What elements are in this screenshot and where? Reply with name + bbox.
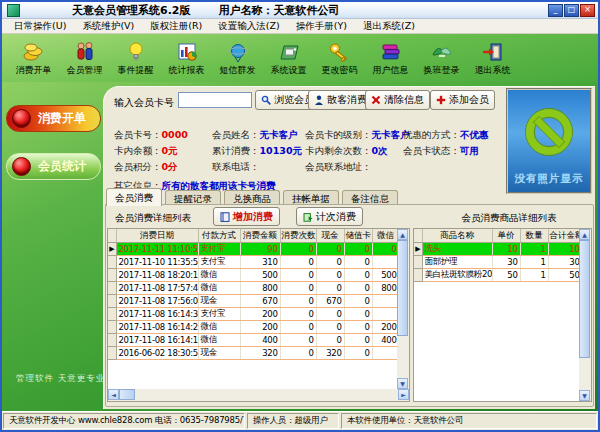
table-cell[interactable]: 2017-11-08 17:56:07: [116, 295, 198, 308]
add-consumption-button[interactable]: 增加消费: [213, 207, 280, 226]
column-header[interactable]: 商品名称: [422, 229, 492, 243]
menu-copyright-register[interactable]: 版权注册(R): [142, 20, 210, 33]
table-cell[interactable]: 10: [492, 243, 520, 256]
table-cell[interactable]: 2017-11-08 17:57:49: [116, 282, 198, 295]
table-row[interactable]: 2017-11-08 18:20:15微信500000500: [108, 269, 399, 282]
table-cell[interactable]: 支付宝: [198, 308, 240, 321]
table-cell[interactable]: [372, 347, 399, 360]
table-cell[interactable]: 2017-11-08 16:14:33: [116, 308, 198, 321]
table-cell[interactable]: 0: [372, 243, 399, 256]
tab-member-consumption[interactable]: 会员消费: [106, 188, 162, 206]
table-cell[interactable]: 30: [492, 256, 520, 269]
table-cell[interactable]: 微信: [198, 334, 240, 347]
add-member-button[interactable]: 添加会员: [430, 90, 495, 110]
table-cell[interactable]: 2017-11-10 11:35:54: [116, 256, 198, 269]
table-cell[interactable]: 0: [280, 243, 316, 256]
column-header[interactable]: 消费次数: [280, 229, 316, 243]
column-header[interactable]: 储值卡: [344, 229, 372, 243]
table-cell[interactable]: 0: [280, 282, 316, 295]
table-cell[interactable]: 微信: [198, 269, 240, 282]
table-cell[interactable]: 800: [372, 282, 399, 295]
table-cell[interactable]: 1: [520, 243, 548, 256]
horizontal-scrollbar[interactable]: ◄ ►: [108, 389, 409, 401]
table-cell[interactable]: 0: [316, 308, 344, 321]
table-cell[interactable]: 400: [372, 334, 399, 347]
table-row[interactable]: 2017-11-08 16:14:12微信400000400: [108, 334, 399, 347]
table-row[interactable]: 面部护理30130: [414, 256, 582, 269]
table-cell[interactable]: 670: [316, 295, 344, 308]
table-row[interactable]: 2016-06-02 18:30:58现金32003200: [108, 347, 399, 360]
column-header[interactable]: 单价: [492, 229, 520, 243]
column-header[interactable]: 付款方式: [198, 229, 240, 243]
count-consumption-button[interactable]: 计次消费: [296, 207, 363, 226]
table-cell[interactable]: 现金: [198, 347, 240, 360]
scrollbar-thumb[interactable]: [119, 389, 135, 400]
table-cell[interactable]: 320: [240, 347, 280, 360]
table-cell[interactable]: [372, 295, 399, 308]
card-number-input[interactable]: [178, 92, 252, 108]
table-cell[interactable]: 200: [372, 321, 399, 334]
table-cell[interactable]: 1: [520, 256, 548, 269]
menu-manual[interactable]: 操作手册(Y): [288, 20, 355, 33]
maximize-button[interactable]: □: [564, 4, 579, 17]
vertical-scrollbar[interactable]: ▲ ▼: [397, 229, 409, 389]
toolbar-item-reminder[interactable]: 事件提醒: [110, 34, 161, 84]
table-cell[interactable]: 50: [492, 269, 520, 282]
table-cell[interactable]: 320: [316, 347, 344, 360]
clear-info-button[interactable]: 清除信息: [365, 90, 430, 110]
table-cell[interactable]: 0: [344, 256, 372, 269]
table-cell[interactable]: 2016-06-02 18:30:58: [116, 347, 198, 360]
table-cell[interactable]: 0: [316, 256, 344, 269]
vertical-scrollbar[interactable]: ▲ ▼: [579, 229, 591, 401]
table-cell[interactable]: 0: [344, 282, 372, 295]
table-cell[interactable]: 美白祛斑软膜粉200: [422, 269, 492, 282]
column-header[interactable]: 现金: [316, 229, 344, 243]
table-cell[interactable]: 0: [344, 269, 372, 282]
toolbar-item-members[interactable]: 会员管理: [59, 34, 110, 84]
table-row[interactable]: ▶洗头10110: [414, 243, 582, 256]
toolbar-item-password[interactable]: 更改密码: [314, 34, 365, 84]
sidebar-button-member-stats[interactable]: 会员统计: [6, 153, 101, 180]
table-cell[interactable]: 现金: [198, 295, 240, 308]
table-row[interactable]: 2017-11-08 16:14:24微信200000200: [108, 321, 399, 334]
table-cell[interactable]: 微信: [198, 321, 240, 334]
table-cell[interactable]: 50: [548, 269, 582, 282]
table-row[interactable]: 2017-11-08 16:14:33支付宝200000: [108, 308, 399, 321]
table-cell[interactable]: 10: [548, 243, 582, 256]
table-cell[interactable]: 0: [344, 334, 372, 347]
table-cell[interactable]: 90: [240, 243, 280, 256]
table-row[interactable]: 2017-11-10 11:35:54支付宝310000: [108, 256, 399, 269]
toolbar-item-shift-login[interactable]: 换班登录: [416, 34, 467, 84]
table-cell[interactable]: 洗头: [422, 243, 492, 256]
scroll-up-arrow[interactable]: ▲: [397, 229, 408, 240]
table-cell[interactable]: 500: [240, 269, 280, 282]
toolbar-item-userinfo[interactable]: 用户信息: [365, 34, 416, 84]
table-cell[interactable]: 0: [316, 243, 344, 256]
scroll-left-arrow[interactable]: ◄: [108, 389, 119, 400]
scroll-up-arrow[interactable]: ▲: [579, 229, 590, 240]
scrollbar-thumb[interactable]: [579, 240, 590, 358]
table-cell[interactable]: 面部护理: [422, 256, 492, 269]
toolbar-item-settings[interactable]: 系统设置: [263, 34, 314, 84]
menu-system-maintenance[interactable]: 系统维护(V): [74, 20, 142, 33]
table-cell[interactable]: 1: [520, 269, 548, 282]
sidebar-button-billing[interactable]: 消费开单: [6, 105, 101, 132]
table-cell[interactable]: 支付宝: [198, 256, 240, 269]
scrollbar-thumb[interactable]: [397, 240, 408, 336]
table-row[interactable]: ▶2017-11-11 11:10:59支付宝900000: [108, 243, 399, 256]
table-cell[interactable]: 2017-11-08 18:20:15: [116, 269, 198, 282]
table-row[interactable]: 2017-11-08 17:56:07现金67006700: [108, 295, 399, 308]
table-cell[interactable]: 500: [372, 269, 399, 282]
menu-daily-ops[interactable]: 日常操作(U): [6, 20, 74, 33]
table-cell[interactable]: 200: [240, 308, 280, 321]
table-cell[interactable]: 0: [280, 308, 316, 321]
table-cell[interactable]: 0: [344, 321, 372, 334]
close-button[interactable]: ×: [580, 4, 595, 17]
table-cell[interactable]: 微信: [198, 282, 240, 295]
table-cell[interactable]: 0: [344, 295, 372, 308]
toolbar-item-exit[interactable]: 退出系统: [467, 34, 518, 84]
table-cell[interactable]: [372, 256, 399, 269]
table-cell[interactable]: 0: [280, 347, 316, 360]
menu-exit[interactable]: 退出系统(Z): [355, 20, 423, 33]
guest-consume-button[interactable]: 散客消费: [308, 90, 373, 110]
